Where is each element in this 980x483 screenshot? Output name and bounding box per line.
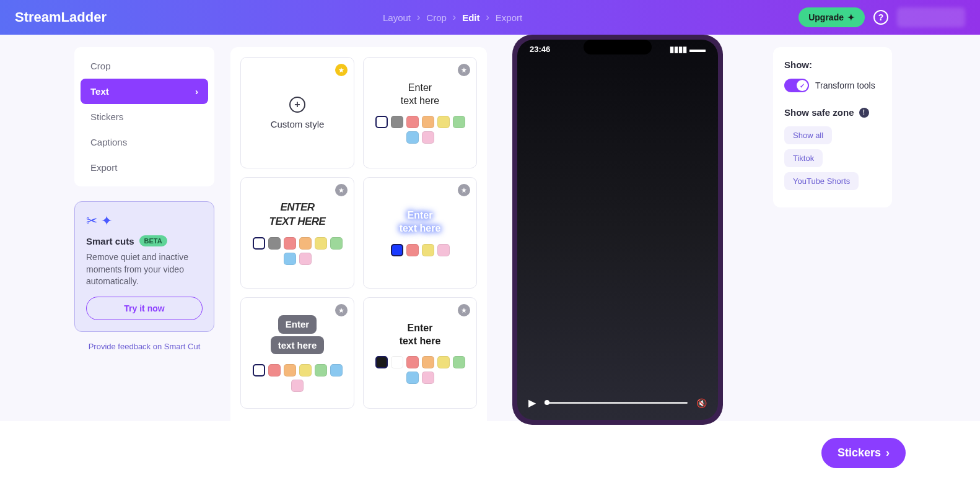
style-card-glow[interactable]: ★ Enter text here [363, 177, 477, 289]
star-icon: ★ [458, 304, 470, 316]
sidebar-item-text[interactable]: Text › [81, 79, 208, 104]
color-swatch[interactable] [268, 364, 281, 376]
color-palette [372, 116, 468, 144]
chevron-right-icon: › [195, 86, 198, 97]
color-swatch[interactable] [284, 364, 296, 376]
style-card-custom[interactable]: ★ + Custom style [240, 57, 354, 168]
style-card-plain[interactable]: ★ Enter text here [363, 57, 477, 168]
video-controls: ▶ 🔇 [528, 397, 707, 409]
app-logo: StreamLadder [15, 9, 107, 25]
color-swatch[interactable] [422, 356, 434, 368]
plus-icon: + [289, 97, 305, 113]
style-card-italic[interactable]: ★ Enter text here [240, 177, 354, 289]
color-swatch[interactable] [253, 237, 265, 250]
color-palette [250, 237, 345, 265]
safezone-show-all[interactable]: Show all [784, 126, 832, 144]
color-swatch[interactable] [422, 131, 434, 144]
breadcrumb-crop[interactable]: Crop [426, 12, 447, 23]
video-progress[interactable] [545, 402, 688, 404]
color-palette [391, 244, 450, 256]
breadcrumb-export[interactable]: Export [496, 12, 522, 23]
help-icon[interactable]: ? [873, 10, 888, 25]
transform-label: Transform tools [815, 80, 875, 90]
style-preview: Enter text here [400, 209, 441, 235]
sparkle-icon: ✦ [847, 12, 855, 22]
color-swatch[interactable] [391, 356, 403, 368]
next-button-label: Stickers [838, 446, 881, 459]
color-swatch[interactable] [437, 356, 450, 368]
color-swatch[interactable] [406, 356, 419, 368]
video-preview-area: 23:46 ▮▮▮▮ ▬▬ ▶ 🔇 [503, 47, 732, 471]
sidebar-item-crop[interactable]: Crop [81, 53, 208, 79]
color-swatch[interactable] [406, 116, 419, 128]
color-swatch[interactable] [437, 244, 450, 256]
color-swatch[interactable] [453, 356, 465, 368]
color-swatch[interactable] [437, 116, 450, 128]
star-icon: ★ [335, 304, 348, 316]
style-card-chip[interactable]: ★ Enter text here [240, 297, 354, 409]
color-swatch[interactable] [375, 356, 388, 368]
chevron-right-icon: › [453, 12, 456, 23]
breadcrumb-layout[interactable]: Layout [383, 12, 411, 23]
color-swatch[interactable] [315, 237, 327, 250]
phone-frame: 23:46 ▮▮▮▮ ▬▬ ▶ 🔇 [512, 35, 723, 425]
color-swatch[interactable] [406, 131, 419, 144]
color-palette [250, 364, 345, 392]
color-swatch[interactable] [330, 364, 343, 376]
upgrade-button[interactable]: Upgrade ✦ [798, 7, 865, 27]
transform-toggle[interactable] [784, 79, 809, 92]
try-it-button[interactable]: Try it now [86, 297, 203, 320]
color-swatch[interactable] [453, 116, 465, 128]
color-swatch[interactable] [299, 253, 312, 265]
color-swatch[interactable] [406, 372, 419, 384]
color-swatch[interactable] [299, 237, 312, 250]
next-stickers-button[interactable]: Stickers › [821, 438, 906, 468]
style-preview: Enter text here [401, 82, 439, 108]
status-icons: ▮▮▮▮ ▬▬ [670, 45, 706, 54]
chevron-right-icon: › [886, 446, 890, 459]
color-swatch[interactable] [291, 380, 304, 392]
color-swatch[interactable] [284, 237, 296, 250]
star-icon: ★ [458, 64, 470, 76]
color-swatch[interactable] [422, 116, 434, 128]
custom-style-label: Custom style [271, 119, 325, 129]
sidebar-item-stickers[interactable]: Stickers [81, 104, 208, 129]
user-menu[interactable] [897, 7, 965, 27]
color-swatch[interactable] [330, 237, 343, 250]
color-swatch[interactable] [284, 253, 296, 265]
video-canvas[interactable]: 23:46 ▮▮▮▮ ▬▬ ▶ 🔇 [517, 40, 718, 420]
smartcuts-title: Smart cuts [86, 236, 134, 246]
style-preview: Enter text here [269, 201, 326, 228]
chevron-right-icon: › [486, 12, 489, 23]
signal-icon: ▮▮▮▮ [670, 45, 687, 54]
safezone-title: Show safe zone [784, 107, 854, 118]
color-swatch[interactable] [391, 116, 403, 128]
scissors-icon: ✂ [86, 213, 97, 229]
main-content: Crop Text › Stickers Captions Export ✂ ✦… [0, 35, 980, 483]
text-styles-panel: ★ + Custom style ★ Enter text here ★ Ent… [230, 47, 487, 471]
sidebar-item-captions[interactable]: Captions [81, 129, 208, 155]
play-icon[interactable]: ▶ [528, 397, 536, 409]
feedback-link[interactable]: Provide feedback on Smart Cut [74, 342, 214, 351]
color-swatch[interactable] [375, 116, 388, 128]
safezone-youtube[interactable]: YouTube Shorts [784, 172, 859, 190]
color-swatch[interactable] [422, 372, 434, 384]
breadcrumb: Layout › Crop › Edit › Export [383, 12, 522, 23]
phone-notch [584, 40, 652, 54]
style-card-bold[interactable]: ★ Enter text here [363, 297, 477, 409]
color-swatch[interactable] [253, 364, 265, 376]
breadcrumb-edit[interactable]: Edit [462, 12, 479, 23]
color-swatch[interactable] [299, 364, 312, 376]
color-swatch[interactable] [268, 237, 281, 250]
color-swatch[interactable] [315, 364, 327, 376]
star-icon: ★ [335, 64, 348, 76]
safezone-tiktok[interactable]: Tiktok [784, 149, 823, 167]
color-swatch[interactable] [422, 244, 434, 256]
color-swatch[interactable] [406, 244, 419, 256]
mute-icon[interactable]: 🔇 [696, 398, 707, 408]
color-swatch[interactable] [391, 244, 403, 256]
info-icon[interactable]: ! [859, 108, 869, 118]
sidebar-item-export[interactable]: Export [81, 155, 208, 180]
header-actions: Upgrade ✦ ? [798, 7, 965, 27]
beta-badge: BETA [139, 235, 167, 246]
